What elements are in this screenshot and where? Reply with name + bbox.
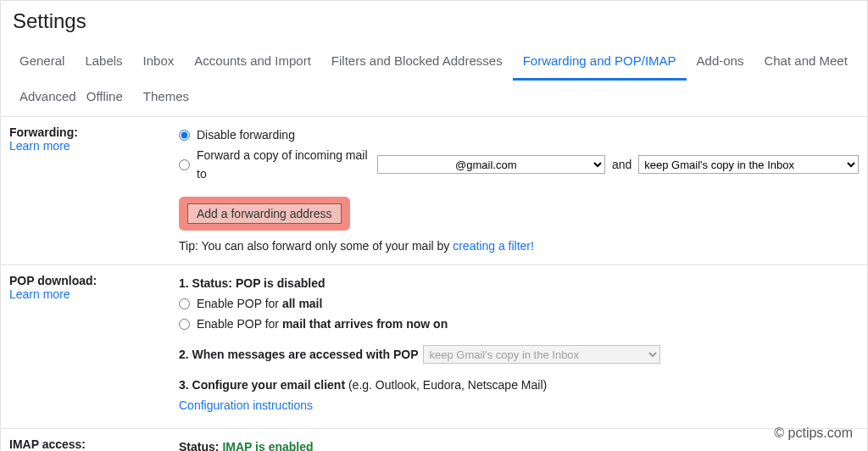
forwarding-section: Forwarding: Learn more Disable forwardin…: [1, 117, 867, 265]
pop-from-now-on-label: Enable POP for mail that arrives from no…: [197, 315, 448, 333]
disable-forwarding-radio[interactable]: [179, 130, 190, 141]
tab-filters-blocked[interactable]: Filters and Blocked Addresses: [321, 45, 513, 81]
tab-labels[interactable]: Labels: [75, 45, 132, 81]
forwarding-action-select[interactable]: keep Gmail's copy in the Inbox: [638, 155, 859, 174]
pop-action-select: keep Gmail's copy in the Inbox: [423, 345, 660, 364]
forward-copy-radio[interactable]: [179, 159, 190, 170]
imap-title: IMAP access:: [9, 437, 86, 451]
tab-offline[interactable]: Offline: [86, 81, 133, 116]
page-title: Settings: [1, 1, 867, 38]
pop-learn-more-link[interactable]: Learn more: [9, 287, 70, 301]
tab-add-ons[interactable]: Add-ons: [687, 45, 754, 81]
forwarding-address-select[interactable]: @gmail.com: [377, 155, 605, 174]
forwarding-learn-more-link[interactable]: Learn more: [9, 139, 70, 153]
forward-copy-label: Forward a copy of incoming mail to: [197, 146, 374, 183]
add-forwarding-highlight: Add a forwarding address: [179, 197, 350, 231]
pop-title: POP download:: [9, 274, 97, 287]
forwarding-tip-text: Tip: You can also forward only some of y…: [179, 239, 453, 253]
pop-status-label: 1. Status: POP is disabled: [179, 274, 325, 292]
imap-status-value: IMAP is enabled: [222, 437, 313, 451]
pop-from-now-on-radio[interactable]: [179, 319, 190, 330]
add-forwarding-address-button[interactable]: Add a forwarding address: [187, 203, 342, 224]
forwarding-title: Forwarding:: [9, 125, 78, 139]
pop-when-accessed-label: 2. When messages are accessed with POP: [179, 345, 418, 364]
pop-all-mail-radio[interactable]: [179, 298, 190, 309]
imap-status-prefix: Status:: [179, 437, 219, 451]
tab-accounts-import[interactable]: Accounts and Import: [184, 45, 321, 81]
creating-filter-link[interactable]: creating a filter!: [453, 239, 534, 253]
disable-forwarding-label: Disable forwarding: [197, 125, 295, 144]
settings-tabs: General Labels Inbox Accounts and Import…: [1, 38, 867, 117]
pop-section: POP download: Learn more 1. Status: POP …: [1, 265, 867, 429]
tab-inbox[interactable]: Inbox: [133, 45, 185, 81]
and-word: and: [612, 155, 632, 174]
pop-all-mail-label: Enable POP for all mail: [197, 294, 322, 313]
imap-section: IMAP access: (access Gmail from other cl…: [1, 429, 867, 451]
tab-themes[interactable]: Themes: [133, 81, 199, 116]
tab-advanced[interactable]: Advanced: [9, 81, 86, 116]
pop-configure-client-label: 3. Configure your email client (e.g. Out…: [179, 376, 547, 394]
tab-chat-meet[interactable]: Chat and Meet: [754, 45, 857, 81]
watermark: © pctips.com: [774, 426, 853, 441]
configuration-instructions-link[interactable]: Configuration instructions: [179, 396, 313, 415]
tab-general[interactable]: General: [9, 45, 75, 81]
tab-forwarding-pop-imap[interactable]: Forwarding and POP/IMAP: [513, 45, 687, 81]
